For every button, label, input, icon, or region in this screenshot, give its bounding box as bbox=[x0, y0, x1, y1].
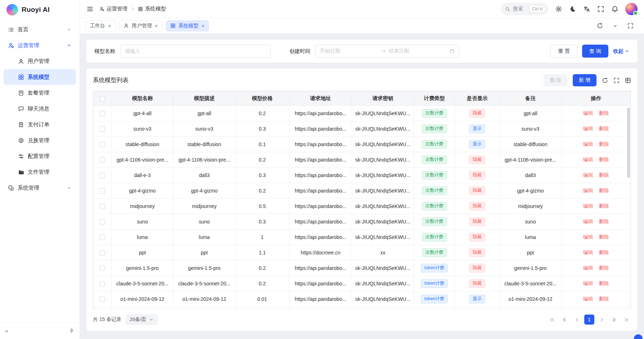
edit-link[interactable]: 编辑 bbox=[583, 126, 593, 131]
tab-system-model[interactable]: 系统模型× bbox=[166, 21, 209, 31]
current-page-button[interactable]: 1 bbox=[584, 315, 594, 325]
column-header: 请求密钥 bbox=[352, 91, 414, 106]
sidebar-item-system[interactable]: 系统管理 bbox=[4, 180, 76, 196]
fullscreen-icon[interactable] bbox=[597, 5, 604, 13]
row-checkbox[interactable] bbox=[100, 250, 105, 256]
hamburger-menu-icon[interactable] bbox=[86, 5, 94, 13]
delete-link[interactable]: 删除 bbox=[599, 265, 609, 271]
breadcrumb-item[interactable]: 系统模型 bbox=[138, 5, 166, 12]
row-checkbox[interactable] bbox=[100, 157, 105, 163]
edit-link[interactable]: 编辑 bbox=[583, 203, 593, 209]
row-checkbox[interactable] bbox=[100, 188, 105, 194]
sidebar-item-payment[interactable]: 支付订单 bbox=[4, 117, 76, 132]
page-size-select[interactable]: 20条/页 bbox=[126, 314, 158, 325]
content-fullscreen-button[interactable] bbox=[622, 21, 638, 31]
delete-link[interactable]: 删除 bbox=[599, 157, 609, 162]
close-icon[interactable]: × bbox=[155, 23, 158, 28]
search-button[interactable]: 查 询 bbox=[582, 45, 608, 58]
breadcrumb-item[interactable]: 运营管理 bbox=[99, 5, 127, 12]
sidebar-item-user[interactable]: 用户管理 bbox=[4, 53, 76, 69]
select-all-checkbox[interactable] bbox=[100, 96, 105, 101]
tabbar: 工作台×用户管理×系统模型× bbox=[80, 18, 644, 34]
last-page-button[interactable] bbox=[621, 315, 631, 325]
sidebar-item-chat[interactable]: 聊天消息 bbox=[4, 101, 76, 117]
row-checkbox[interactable] bbox=[100, 126, 105, 132]
edit-link[interactable]: 编辑 bbox=[583, 296, 593, 302]
jump-forward-button[interactable] bbox=[609, 315, 619, 325]
reset-button[interactable]: 重 置 bbox=[550, 45, 577, 58]
settings-gear-icon[interactable] bbox=[555, 5, 562, 13]
next-page-button[interactable] bbox=[597, 315, 607, 325]
delete-link[interactable]: 删除 bbox=[599, 110, 609, 116]
table-refresh-icon[interactable] bbox=[602, 77, 608, 83]
delete-link[interactable]: 删除 bbox=[599, 187, 609, 193]
delete-link[interactable]: 删除 bbox=[599, 249, 609, 255]
model-icon bbox=[18, 74, 24, 80]
visibility-tag: 显示 bbox=[469, 295, 485, 303]
tab-refresh-button[interactable] bbox=[592, 21, 608, 31]
create-time-range-picker[interactable]: 开始日期 结束日期 bbox=[315, 45, 459, 58]
sidebar-item-operations[interactable]: 运营管理 bbox=[4, 37, 76, 53]
pin-icon[interactable] bbox=[69, 328, 75, 334]
edit-link[interactable]: 编辑 bbox=[583, 110, 593, 116]
language-translate-icon[interactable] bbox=[583, 5, 590, 13]
row-checkbox[interactable] bbox=[100, 219, 105, 225]
row-checkbox[interactable] bbox=[100, 235, 105, 240]
delete-link[interactable]: 删除 bbox=[599, 172, 609, 178]
delete-link[interactable]: 删除 bbox=[599, 126, 609, 131]
sidebar-item-file[interactable]: 文件管理 bbox=[4, 164, 76, 180]
edit-link[interactable]: 编辑 bbox=[583, 172, 593, 178]
delete-link[interactable]: 删除 bbox=[599, 203, 609, 209]
prev-page-button[interactable] bbox=[572, 315, 582, 325]
billing-type-tag: token计费 bbox=[421, 264, 448, 272]
edit-link[interactable]: 编辑 bbox=[583, 280, 593, 286]
jump-back-button[interactable] bbox=[560, 315, 569, 325]
edit-link[interactable]: 编辑 bbox=[583, 187, 593, 193]
delete-link[interactable]: 删除 bbox=[599, 296, 609, 302]
collapse-filter-link[interactable]: 收起 bbox=[613, 48, 630, 55]
delete-link[interactable]: 删除 bbox=[599, 218, 609, 224]
delete-button[interactable]: 删 除 bbox=[544, 74, 567, 86]
dark-mode-moon-icon[interactable] bbox=[569, 5, 576, 13]
edit-link[interactable]: 编辑 bbox=[583, 265, 593, 271]
delete-link[interactable]: 删除 bbox=[599, 234, 609, 240]
row-checkbox[interactable] bbox=[100, 173, 105, 178]
sidebar-item-package[interactable]: 套餐管理 bbox=[4, 85, 76, 101]
first-page-button[interactable] bbox=[548, 315, 557, 325]
table-scrollbar[interactable] bbox=[627, 108, 630, 178]
close-icon[interactable]: × bbox=[202, 23, 205, 28]
delete-link[interactable]: 删除 bbox=[599, 280, 609, 286]
close-icon[interactable]: × bbox=[108, 23, 111, 28]
row-checkbox[interactable] bbox=[100, 297, 105, 302]
table-fullscreen-icon[interactable] bbox=[613, 77, 620, 83]
user-avatar[interactable] bbox=[625, 3, 638, 15]
collapse-sidebar-icon[interactable]: « bbox=[5, 328, 8, 334]
model-name-input[interactable] bbox=[120, 45, 271, 58]
edit-link[interactable]: 编辑 bbox=[583, 141, 593, 147]
add-button[interactable]: 新 增 bbox=[573, 74, 596, 86]
sidebar-item-redeem[interactable]: 兑换管理 bbox=[4, 132, 76, 148]
global-search[interactable]: 搜索 Ctrl K bbox=[501, 3, 548, 15]
tab-workbench[interactable]: 工作台× bbox=[86, 21, 116, 31]
sidebar-item-model[interactable]: 系统模型 bbox=[4, 69, 76, 85]
tab-user-management[interactable]: 用户管理× bbox=[119, 21, 162, 31]
row-checkbox[interactable] bbox=[100, 281, 105, 286]
edit-link[interactable]: 编辑 bbox=[583, 234, 593, 240]
edit-link[interactable]: 编辑 bbox=[583, 218, 593, 224]
row-checkbox[interactable] bbox=[100, 111, 105, 116]
cell-request-key: sk-JIUQLNndqSeKWU... bbox=[352, 137, 414, 152]
edit-link[interactable]: 编辑 bbox=[583, 157, 593, 162]
row-checkbox[interactable] bbox=[100, 142, 105, 147]
delete-link[interactable]: 删除 bbox=[599, 141, 609, 147]
model-name-label: 模型名称 bbox=[94, 48, 115, 55]
column-settings-icon[interactable] bbox=[625, 77, 631, 83]
row-checkbox[interactable] bbox=[100, 266, 105, 271]
tab-list-dropdown[interactable] bbox=[608, 21, 622, 31]
notifications-bell-icon[interactable] bbox=[611, 5, 618, 13]
edit-link[interactable]: 编辑 bbox=[583, 249, 593, 255]
row-checkbox[interactable] bbox=[100, 204, 105, 209]
logo[interactable]: Ruoyi AI bbox=[0, 0, 80, 19]
sidebar-item-home[interactable]: 首页 bbox=[4, 22, 76, 37]
cell-model-name: o1-mini-2024-09-12 bbox=[112, 291, 174, 307]
sidebar-item-config[interactable]: 配置管理 bbox=[4, 148, 76, 164]
